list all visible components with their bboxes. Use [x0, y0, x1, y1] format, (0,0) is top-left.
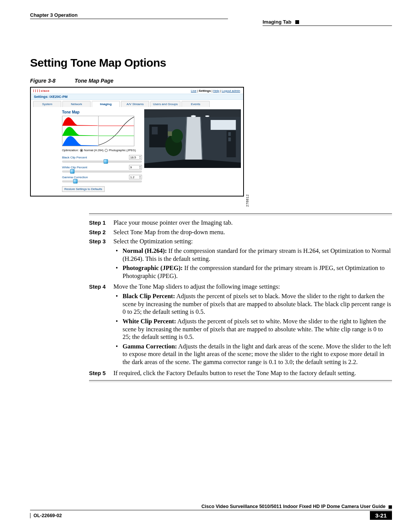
white-clip-label: White Clip Percent: [62, 166, 129, 169]
chapter-label: Chapter 3 Operation: [30, 12, 228, 18]
divider: [30, 510, 392, 510]
page-title: Setting Tone Map Options: [30, 56, 392, 69]
divider: [30, 19, 228, 19]
list-item: Black Clip Percent: Adjusts the percent …: [123, 292, 392, 316]
footer-doc-id: OL-22669-02: [30, 513, 62, 518]
step-text: Select Tone Map from the drop-down menu.: [113, 228, 392, 236]
opt-photo-label: Photographic (JPEG): [109, 149, 136, 152]
tab-a-v-streams[interactable]: A/V Streams: [121, 101, 149, 107]
tab-network[interactable]: Network: [62, 101, 91, 107]
svg-rect-14: [168, 131, 172, 136]
gamma-spinner[interactable]: ▲▼: [129, 175, 142, 179]
list-item: Gamma Correction: Adjusts the details in…: [123, 343, 392, 366]
white-clip-spinner[interactable]: ▲▼: [129, 165, 142, 169]
histogram-box: [62, 116, 134, 146]
step-label: Step 5: [89, 369, 113, 377]
figure-screenshot: cisco Live | Settings | Help | Logout ad…: [30, 87, 244, 197]
gamma-input[interactable]: [129, 175, 139, 179]
nav-settings[interactable]: Settings: [199, 89, 211, 93]
svg-point-19: [191, 115, 196, 117]
svg-point-20: [205, 115, 209, 117]
gamma-label: Gamma Correction: [62, 176, 129, 179]
list-item: Photographic (JPEG): If the compression …: [123, 264, 392, 280]
video-preview: [144, 109, 241, 168]
radio-photographic[interactable]: [105, 149, 108, 152]
black-clip-spinner[interactable]: ▲▼: [129, 155, 142, 160]
step-text: Select the Optimization setting:: [113, 238, 193, 245]
square-icon: [389, 505, 392, 509]
list-item: Normal (H.264): If the compression stand…: [123, 247, 392, 263]
optimization-label: Optimization:: [62, 149, 79, 152]
svg-rect-11: [152, 127, 158, 134]
figure-id: 278812: [245, 194, 249, 207]
divider: [89, 213, 392, 215]
divider: [263, 26, 392, 26]
svg-rect-15: [226, 131, 236, 157]
black-clip-label: Black Clip Percent: [62, 156, 129, 159]
tab-system[interactable]: System: [33, 101, 61, 107]
svg-rect-9: [210, 120, 236, 130]
white-clip-input[interactable]: [129, 165, 139, 169]
page-number: 3-21: [370, 511, 392, 520]
svg-rect-16: [228, 132, 231, 136]
step-label: Step 3: [89, 238, 113, 281]
step-text: If required, click the Factory Defaults …: [113, 369, 392, 377]
divider: [89, 380, 392, 382]
svg-rect-17: [228, 137, 231, 141]
gamma-slider[interactable]: [62, 180, 142, 182]
svg-point-13: [171, 129, 183, 143]
restore-defaults-button[interactable]: Restore Settings to Defaults: [62, 186, 105, 192]
cisco-logo: cisco: [33, 89, 49, 93]
step-label: Step 4: [89, 283, 113, 367]
nav-logout[interactable]: Logout admin: [222, 89, 240, 93]
step-text: Move the Tone Map sliders to adjust the …: [113, 283, 280, 290]
white-clip-slider[interactable]: [62, 170, 142, 173]
step-text: Place your mouse pointer over the Imagin…: [113, 219, 392, 227]
list-item: White Clip Percent: Adjusts the percent …: [123, 318, 392, 341]
settings-breadcrumb: Settings: IXE20C-PM: [31, 94, 243, 100]
nav-help[interactable]: Help: [213, 89, 219, 93]
nav-live[interactable]: Live: [191, 89, 197, 93]
tab-events[interactable]: Events: [182, 101, 210, 107]
imaging-tab-label: Imaging Tab: [263, 19, 292, 25]
panel-title: Tone Map: [62, 110, 142, 114]
tab-imaging[interactable]: Imaging: [92, 101, 120, 107]
black-clip-input[interactable]: [129, 155, 139, 159]
square-icon: [295, 20, 299, 24]
step-label: Step 2: [89, 228, 113, 236]
footer-guide-title: Cisco Video Surveillance 5010/5011 Indoo…: [30, 504, 386, 509]
black-clip-slider[interactable]: [62, 160, 142, 163]
figure-caption: Figure 3-8Tone Map Page: [30, 78, 392, 84]
radio-normal[interactable]: [80, 149, 83, 152]
opt-normal-label: Normal (H.264): [84, 149, 104, 152]
tab-users-and-groups[interactable]: Users and Groups: [150, 101, 180, 107]
step-label: Step 1: [89, 219, 113, 227]
